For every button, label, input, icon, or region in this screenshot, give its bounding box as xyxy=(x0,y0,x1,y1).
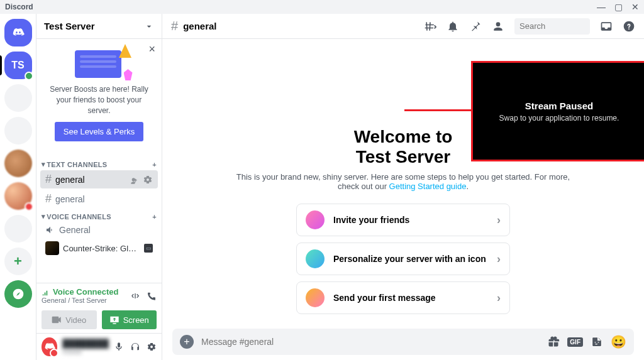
headphones-icon[interactable] xyxy=(130,342,140,352)
server-item[interactable] xyxy=(4,182,32,210)
user-panel: ████████ #0000 xyxy=(36,333,162,360)
chevron-down-icon: ▾ xyxy=(42,212,45,221)
mic-icon[interactable] xyxy=(114,342,124,352)
welcome-line2: Test Server xyxy=(356,147,450,166)
welcome-line1: Welcome to xyxy=(354,127,453,146)
message-icon xyxy=(306,288,325,307)
streaming-user[interactable]: Counter-Strike: Global ... ▭ xyxy=(40,239,158,258)
gear-icon[interactable] xyxy=(147,342,157,352)
voice-sub: General / Test Server xyxy=(42,297,119,304)
channel-content: Stream Paused Swap to your application t… xyxy=(162,39,644,329)
threads-icon[interactable] xyxy=(424,20,436,33)
noise-suppress-icon[interactable] xyxy=(130,291,140,301)
main-area: # general Stream xyxy=(162,14,644,360)
add-server-button[interactable]: + xyxy=(4,248,32,275)
chevron-right-icon: › xyxy=(497,292,501,305)
video-button[interactable]: Video xyxy=(42,310,97,329)
gif-button[interactable]: GIF xyxy=(567,337,583,347)
stream-label: Counter-Strike: Global ... xyxy=(63,244,140,253)
invite-icon[interactable] xyxy=(129,175,139,185)
server-test-server[interactable]: TS xyxy=(4,52,32,79)
card-label: Personalize your server with an icon xyxy=(333,254,486,264)
category-text-channels[interactable]: ▾ TEXT CHANNELS + xyxy=(36,156,162,170)
channel-label: general xyxy=(55,175,85,185)
channel-general-2[interactable]: # general xyxy=(40,190,158,208)
card-label: Invite your friends xyxy=(333,215,409,225)
screen-icon: ▭ xyxy=(144,244,153,253)
chevron-down-icon xyxy=(144,21,154,31)
inbox-icon[interactable] xyxy=(600,20,613,33)
add-channel-button[interactable]: + xyxy=(152,213,157,221)
personalize-icon xyxy=(306,249,325,268)
boost-illustration xyxy=(65,45,134,79)
stream-paused-title: Stream Paused xyxy=(525,101,593,111)
window-controls: — ▢ ✕ xyxy=(597,2,639,12)
message-bar-wrap: + GIF 😀 xyxy=(162,329,644,360)
hash-icon: # xyxy=(45,192,52,205)
channel-general[interactable]: # general xyxy=(40,170,158,188)
gift-icon[interactable] xyxy=(547,335,560,348)
server-item[interactable] xyxy=(4,215,32,243)
card-personalize[interactable]: Personalize your server with an icon › xyxy=(296,243,510,275)
voice-panel: Voice Connected General / Test Server Vi… xyxy=(36,283,162,333)
channel-label: General xyxy=(59,225,91,235)
category-voice-channels[interactable]: ▾ VOICE CHANNELS + xyxy=(36,209,162,222)
card-invite[interactable]: Invite your friends › xyxy=(296,204,510,236)
signal-icon xyxy=(42,288,50,297)
minimize-button[interactable]: — xyxy=(597,2,606,12)
emoji-button[interactable]: 😀 xyxy=(611,334,626,349)
stream-preview[interactable]: Stream Paused Swap to your application t… xyxy=(471,61,644,161)
message-bar: + GIF 😀 xyxy=(172,329,634,355)
voice-status: Voice Connected xyxy=(42,287,119,297)
help-icon[interactable] xyxy=(623,20,635,33)
server-header[interactable]: Test Server xyxy=(36,14,162,39)
camera-icon xyxy=(52,316,62,324)
app-title: Discord xyxy=(5,3,33,11)
sticker-icon[interactable] xyxy=(591,335,603,348)
chevron-right-icon: › xyxy=(497,214,501,227)
attach-button[interactable]: + xyxy=(180,335,194,349)
titlebar: Discord — ▢ ✕ xyxy=(0,0,644,14)
server-item[interactable] xyxy=(4,84,32,112)
stream-paused-sub: Swap to your application to resume. xyxy=(499,114,619,123)
avatar[interactable] xyxy=(42,337,57,356)
chevron-right-icon: › xyxy=(497,253,501,266)
boost-button[interactable]: See Levels & Perks xyxy=(55,122,143,141)
maximize-button[interactable]: ▢ xyxy=(614,2,623,12)
add-channel-button[interactable]: + xyxy=(152,161,157,168)
server-rail: TS + xyxy=(0,14,36,360)
card-first-message[interactable]: Send your first message › xyxy=(296,281,510,314)
server-name: Test Server xyxy=(44,21,95,31)
channel-header: # general xyxy=(162,14,644,39)
message-input[interactable] xyxy=(201,337,540,347)
dnd-indicator xyxy=(50,349,58,357)
boost-text: Server Boosts are here! Rally your frien… xyxy=(47,84,152,116)
close-button[interactable]: ✕ xyxy=(631,2,639,12)
channel-title: general xyxy=(183,21,216,31)
pin-icon[interactable] xyxy=(469,20,482,33)
explore-button[interactable] xyxy=(4,280,32,308)
server-item[interactable] xyxy=(4,150,32,177)
close-icon[interactable]: × xyxy=(148,43,155,56)
server-initials: TS xyxy=(11,60,24,71)
getting-started-link[interactable]: Getting Started guide xyxy=(389,182,467,191)
voice-channel-general[interactable]: General xyxy=(40,222,158,237)
screen-share-button[interactable]: Screen xyxy=(102,310,157,329)
search-box[interactable] xyxy=(514,18,590,35)
stream-thumbnail xyxy=(45,241,59,255)
channel-label: general xyxy=(55,194,85,204)
screen-icon xyxy=(109,315,119,324)
home-button[interactable] xyxy=(4,19,32,46)
chevron-down-icon: ▾ xyxy=(42,160,45,168)
members-icon[interactable] xyxy=(492,20,504,33)
online-indicator xyxy=(25,72,33,80)
channel-sidebar: Test Server × Server Boosts are here! Ra… xyxy=(36,14,162,360)
server-item[interactable] xyxy=(4,117,32,145)
gear-icon[interactable] xyxy=(143,175,153,185)
invite-icon xyxy=(306,210,325,229)
bell-icon[interactable] xyxy=(447,20,459,33)
speaker-icon xyxy=(45,225,55,235)
boost-card: × Server Boosts are here! Rally your fri… xyxy=(36,39,162,151)
hash-icon: # xyxy=(45,173,52,186)
disconnect-icon[interactable] xyxy=(147,291,157,301)
